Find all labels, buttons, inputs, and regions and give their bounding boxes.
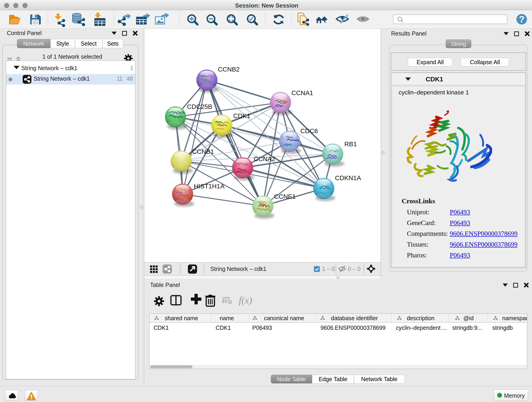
svg-text:description: description [407, 315, 435, 321]
svg-text:CCNE1: CCNE1 [274, 193, 296, 200]
svg-text:canonical name: canonical name [264, 315, 304, 321]
svg-text:1 – 0: 1 – 0 [322, 266, 335, 272]
svg-text:f(x): f(x) [239, 295, 252, 306]
svg-text:String Network – cdk1: String Network – cdk1 [210, 266, 266, 272]
svg-text:0 – 0: 0 – 0 [348, 266, 361, 272]
svg-text:CDK1: CDK1 [233, 112, 250, 119]
svg-text:?: ? [519, 14, 525, 24]
svg-text:CDK1: CDK1 [153, 325, 169, 331]
svg-text:shared name: shared name [165, 315, 198, 321]
svg-text:CCNB2: CCNB2 [218, 66, 240, 73]
svg-text:@id: @id [463, 315, 474, 321]
svg-text:CDC6: CDC6 [300, 128, 318, 134]
svg-text:CDK1: CDK1 [215, 325, 231, 331]
svg-text:CCNB1: CCNB1 [192, 148, 214, 155]
svg-text:CDC25B: CDC25B [187, 103, 212, 110]
svg-text:cyclin–dependent ...: cyclin–dependent ... [396, 325, 447, 331]
svg-text:CCNA1: CCNA1 [291, 89, 313, 96]
svg-text:namespace: namespace [502, 315, 527, 321]
svg-text:P06493: P06493 [252, 325, 272, 331]
svg-text:9606.ENSP00000378699: 9606.ENSP00000378699 [321, 325, 386, 331]
svg-text:CCNA2: CCNA2 [254, 155, 275, 162]
svg-text:HIST1H1A: HIST1H1A [194, 183, 225, 190]
svg-text:database identifier: database identifier [331, 315, 378, 321]
svg-text:stringdb:9...: stringdb:9... [452, 325, 482, 331]
svg-text:name: name [220, 315, 234, 321]
svg-text:stringdb: stringdb [492, 325, 513, 331]
svg-text:RB1: RB1 [344, 140, 357, 148]
svg-text:CDKN1A: CDKN1A [335, 174, 361, 182]
